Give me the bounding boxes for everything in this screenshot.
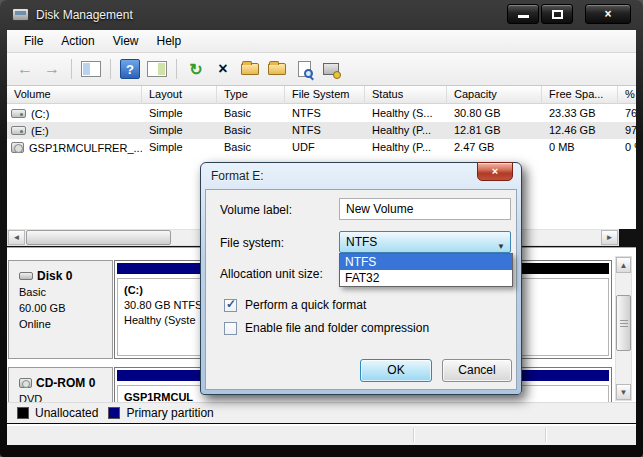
window-title: Disk Management xyxy=(36,8,133,22)
type-cell: Basic xyxy=(217,139,285,156)
checkbox-unchecked-icon[interactable] xyxy=(224,322,237,335)
delete-volume-icon[interactable]: × xyxy=(213,59,233,79)
volume-label-input[interactable]: New Volume xyxy=(339,198,511,220)
compression-checkbox-row[interactable]: Enable file and folder compression xyxy=(224,321,429,335)
menu-action[interactable]: Action xyxy=(52,31,103,51)
unallocated-swatch xyxy=(17,407,29,419)
dialog-title-bar[interactable]: Format E: xyxy=(201,163,521,189)
toolbar: ← → ? ↻ × xyxy=(7,53,636,86)
dialog-close-button[interactable]: × xyxy=(477,162,513,181)
help-icon[interactable]: ? xyxy=(120,59,140,79)
dropdown-option-fat32[interactable]: FAT32 xyxy=(340,270,512,286)
disk-icon xyxy=(19,272,33,280)
refresh-icon[interactable]: ↻ xyxy=(186,59,206,79)
gear-icon xyxy=(333,71,341,79)
allocation-unit-label: Allocation unit size: xyxy=(220,267,323,281)
scroll-left-icon[interactable]: ◄ xyxy=(8,230,25,245)
drive-icon xyxy=(11,109,26,118)
capacity-cell: 12.81 GB xyxy=(447,122,542,139)
free-space-cell: 0 MB xyxy=(542,139,618,156)
disk0-info-panel[interactable]: Disk 0 Basic 60.00 GB Online xyxy=(8,260,113,359)
volume-cell: (C:) xyxy=(7,105,142,122)
open-folder-shape-icon xyxy=(268,63,286,75)
legend-label: Unallocated xyxy=(35,406,98,420)
column-header-file-system[interactable]: File System xyxy=(285,86,365,104)
status-cell: Healthy (P... xyxy=(365,139,447,156)
volume-cell: GSP1RMCULFRER_... xyxy=(7,139,142,156)
volume-cell: (E:) xyxy=(7,122,142,139)
maximize-icon xyxy=(552,10,563,19)
show-action-pane-icon[interactable] xyxy=(147,61,167,77)
minimize-icon xyxy=(518,15,529,18)
vertical-scrollbar[interactable]: ▲ ▼ xyxy=(615,256,632,401)
disk0-capacity: 60.00 GB xyxy=(19,300,106,316)
column-header-free-space[interactable]: Free Spa... xyxy=(542,86,618,104)
column-header-volume[interactable]: Volume xyxy=(7,86,142,104)
title-bar[interactable]: Disk Management × xyxy=(0,0,643,30)
file-system-cell: NTFS xyxy=(285,122,365,139)
volume-list-header: Volume Layout Type File System Status Ca… xyxy=(7,86,636,104)
table-row[interactable]: GSP1RMCULFRER_... Simple Basic UDF Healt… xyxy=(7,139,636,156)
type-cell: Basic xyxy=(217,105,285,122)
menu-view[interactable]: View xyxy=(104,31,148,51)
file-system-label: File system: xyxy=(220,236,284,250)
cdrom-info-panel[interactable]: CD-ROM 0 DVD xyxy=(8,367,113,402)
minimize-button[interactable] xyxy=(507,4,539,24)
device-manager-icon[interactable] xyxy=(321,59,341,79)
magnifier-handle-icon xyxy=(309,76,314,81)
layout-cell: Simple xyxy=(142,122,217,139)
dialog-body: Volume label: New Volume File system: NT… xyxy=(205,189,517,390)
legend-label: Primary partition xyxy=(126,406,213,420)
checkbox-checked-icon[interactable]: ✓ xyxy=(224,299,237,312)
table-row[interactable]: (E:) Simple Basic NTFS Healthy (P... 12.… xyxy=(7,122,636,139)
close-button[interactable]: × xyxy=(585,4,631,24)
scroll-right-icon[interactable]: ► xyxy=(601,230,618,245)
quick-format-label: Perform a quick format xyxy=(245,298,366,312)
file-system-dropdown-list: NTFS FAT32 xyxy=(339,253,513,287)
cdrom-icon xyxy=(19,378,32,388)
explore-icon[interactable] xyxy=(294,59,314,79)
disk0-title: Disk 0 xyxy=(19,268,106,284)
column-header-status[interactable]: Status xyxy=(365,86,447,104)
open-folder-icon[interactable] xyxy=(267,59,287,79)
file-system-cell: UDF xyxy=(285,139,365,156)
dropdown-option-ntfs[interactable]: NTFS xyxy=(340,254,512,270)
ok-button[interactable]: OK xyxy=(360,359,432,382)
forward-icon[interactable]: → xyxy=(42,59,62,79)
maximize-button[interactable] xyxy=(541,4,573,24)
column-header-pct-free[interactable]: % F xyxy=(618,86,636,104)
quick-format-checkbox-row[interactable]: ✓ Perform a quick format xyxy=(224,298,366,312)
scroll-up-icon[interactable]: ▲ xyxy=(616,257,631,273)
menu-help[interactable]: Help xyxy=(148,31,191,51)
pct-free-cell: 97 xyxy=(618,122,636,139)
close-icon: × xyxy=(586,7,630,21)
capacity-cell: 30.80 GB xyxy=(447,105,542,122)
file-system-dropdown[interactable]: NTFS ▼ xyxy=(339,231,511,253)
back-icon[interactable]: ← xyxy=(15,59,35,79)
column-header-layout[interactable]: Layout xyxy=(142,86,217,104)
cdrom-name: CD-ROM 0 xyxy=(36,375,95,391)
cancel-button[interactable]: Cancel xyxy=(442,359,512,382)
column-header-type[interactable]: Type xyxy=(217,86,285,104)
show-console-tree-icon[interactable] xyxy=(81,61,101,77)
check-icon: ✓ xyxy=(226,297,236,311)
legend-unallocated: Unallocated xyxy=(17,406,98,420)
type-cell: Basic xyxy=(217,122,285,139)
format-dialog: Format E: × Volume label: New Volume Fil… xyxy=(200,162,522,395)
menu-file[interactable]: File xyxy=(15,31,52,51)
properties-folder-icon[interactable] xyxy=(240,59,260,79)
table-row[interactable]: (C:) Simple Basic NTFS Healthy (S... 30.… xyxy=(7,105,636,122)
status-separator xyxy=(545,428,546,442)
pct-free-cell: 0 % xyxy=(618,139,636,156)
scroll-down-icon[interactable]: ▼ xyxy=(616,384,631,400)
compression-label: Enable file and folder compression xyxy=(245,321,429,335)
free-space-cell: 23.33 GB xyxy=(542,105,618,122)
horizontal-scroll-thumb[interactable] xyxy=(26,230,171,245)
toolbar-separator xyxy=(71,59,72,79)
vertical-scroll-thumb[interactable] xyxy=(616,295,631,351)
status-separator xyxy=(413,428,414,442)
volume-name: (E:) xyxy=(31,123,49,139)
column-header-capacity[interactable]: Capacity xyxy=(447,86,542,104)
volume-label-label: Volume label: xyxy=(220,203,292,217)
disk0-name: Disk 0 xyxy=(37,268,72,284)
